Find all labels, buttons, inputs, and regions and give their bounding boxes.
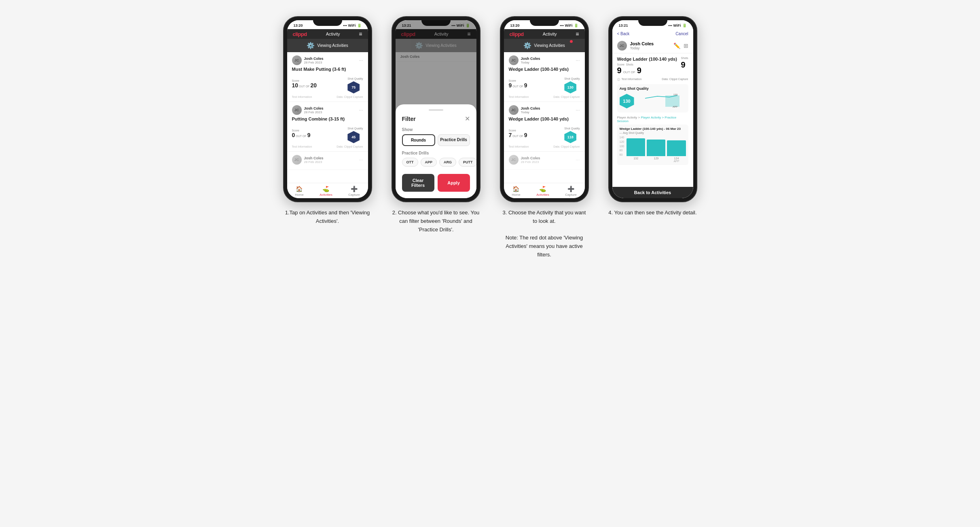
card-1-1[interactable]: JC Josh Coles 28 Feb 2023 ··· Must Make …: [287, 52, 368, 102]
desc-3: 3. Choose the Activity that you want to …: [500, 209, 589, 259]
bar-chart: [627, 136, 686, 156]
phone-2-frame: 13:21 ▪▪▪ WiFi 🔋 clippd Activity ≡ ⚙️: [392, 16, 480, 202]
card-3-1[interactable]: JC Josh Coles Today ··· Wedge Ladder (10…: [504, 52, 585, 102]
wifi-icon-1: WiFi: [348, 23, 356, 28]
nav-bar-3: clippd Activity ≡: [504, 29, 585, 39]
filter-chips: OTT APP ARG PUTT: [402, 158, 470, 167]
phone-1-col: 13:20 ▪▪▪ WiFi 🔋 clippd Activity ≡ ⚙️: [279, 16, 376, 226]
viewing-activities-bar-3[interactable]: ⚙️ Viewing Activities: [504, 39, 585, 52]
user-date-1-2: 28 Feb 2023: [304, 110, 324, 114]
nav-bar-1: clippd Activity ≡: [287, 29, 368, 39]
filter-sheet: Filter ✕ Show Rounds Practice Drills Pra…: [396, 104, 476, 198]
red-dot-3: [570, 40, 573, 43]
viewing-activities-bar-1[interactable]: ⚙️ Viewing Activities: [287, 39, 368, 52]
phone-3-screen: 13:20 ▪▪▪ WiFi 🔋 clippd Activity ≡ ⚙️ Vi…: [504, 20, 585, 198]
three-dots-1-3[interactable]: ···: [359, 157, 363, 163]
card-user-1-1: JC Josh Coles 28 Feb 2023: [292, 55, 324, 65]
phone-4-screen: 13:21 ▪▪▪ WiFi 🔋 < Back Cancel JC: [612, 20, 693, 198]
avatar-4: JC: [617, 41, 627, 51]
bottom-nav-capture-1[interactable]: ➕ Capture: [348, 186, 360, 197]
logo-3: clippd: [510, 31, 524, 37]
chip-ott[interactable]: OTT: [402, 158, 418, 167]
phone-2-screen: 13:21 ▪▪▪ WiFi 🔋 clippd Activity ≡ ⚙️: [396, 20, 476, 198]
detail-title: Wedge Ladder (100-140 yds): [617, 57, 681, 61]
card-user-1-2: JC Josh Coles 28 Feb 2023: [292, 105, 324, 115]
card-3-3[interactable]: JC Josh Coles 28 Feb 2023 ···: [504, 152, 585, 170]
bottom-nav-capture-3[interactable]: ➕ Capture: [565, 186, 576, 197]
bottom-nav-activities-1[interactable]: ⛳ Activities: [320, 186, 332, 197]
phones-row: 13:20 ▪▪▪ WiFi 🔋 clippd Activity ≡ ⚙️: [279, 16, 701, 259]
apply-btn[interactable]: Apply: [438, 174, 470, 192]
bar-3: [667, 140, 686, 156]
phone-3-frame: 13:20 ▪▪▪ WiFi 🔋 clippd Activity ≡ ⚙️ Vi…: [500, 16, 589, 202]
filter-practice-drills-label: Practice Drills: [402, 151, 470, 155]
card-title-1-1: Must Make Putting (3-6 ft): [292, 67, 363, 72]
phone-1-screen: 13:20 ▪▪▪ WiFi 🔋 clippd Activity ≡ ⚙️: [287, 20, 368, 198]
phone-1-frame: 13:20 ▪▪▪ WiFi 🔋 clippd Activity ≡ ⚙️: [283, 16, 372, 202]
avatar-1-3: JC: [292, 155, 302, 165]
card-3-2[interactable]: JC Josh Coles Today ··· Wedge Ladder (10…: [504, 102, 585, 152]
filter-actions: Clear Filters Apply: [402, 174, 470, 192]
detail-user-row: JC Josh Coles Today ✏️ ⊞: [612, 38, 693, 53]
y-labels: 140 120 100 80 60: [620, 136, 624, 156]
phone-4-frame: 13:21 ▪▪▪ WiFi 🔋 < Back Cancel JC: [608, 16, 697, 202]
bottom-nav-1: 🏠 Home ⛳ Activities ➕ Capture: [287, 183, 368, 198]
filter-handle: [429, 109, 443, 111]
spark-chart: 130 APP: [637, 92, 686, 108]
hex-1-2: 45: [347, 131, 360, 143]
cards-container-1: JC Josh Coles 28 Feb 2023 ··· Must Make …: [287, 52, 368, 183]
detail-icons: ✏️ ⊞: [673, 42, 688, 49]
menu-icon-1[interactable]: ≡: [359, 31, 362, 37]
filter-toggle-row: Rounds Practice Drills: [402, 134, 470, 146]
bottom-nav-home-3[interactable]: 🏠 Home: [512, 186, 520, 197]
detail-user-name: Josh Coles: [630, 41, 654, 46]
bottom-nav-home-1[interactable]: 🏠 Home: [295, 186, 303, 197]
three-dots-1-2[interactable]: ···: [359, 107, 363, 113]
hex-3-1: 130: [564, 81, 576, 93]
battery-icon-1: 🔋: [357, 23, 362, 28]
card-user-1-3: JC Josh Coles 28 Feb 2023: [292, 155, 324, 165]
filter-title: Filter: [402, 116, 416, 122]
expand-icon[interactable]: ⊞: [684, 42, 688, 49]
card-1-2[interactable]: JC Josh Coles 28 Feb 2023 ··· Putting Co…: [287, 102, 368, 152]
back-to-activities-btn[interactable]: Back to Activities: [612, 187, 693, 198]
phone-2-col: 13:21 ▪▪▪ WiFi 🔋 clippd Activity ≡ ⚙️: [387, 16, 485, 234]
card-1-3[interactable]: JC Josh Coles 28 Feb 2023 ···: [287, 152, 368, 170]
signal-icon-1: ▪▪▪: [343, 23, 347, 28]
shot-quality-hex-4: 130: [620, 94, 634, 108]
cancel-btn[interactable]: Cancel: [675, 32, 688, 36]
detail-user-date: Today: [630, 46, 654, 50]
status-time-1: 13:20: [294, 23, 303, 28]
status-icons-1: ▪▪▪ WiFi 🔋: [343, 23, 362, 28]
notch-4: [638, 17, 667, 26]
hex-1-1: 75: [347, 81, 360, 93]
edit-icon[interactable]: ✏️: [673, 42, 680, 49]
bottom-nav-activities-3[interactable]: ⛳ Activities: [536, 186, 549, 197]
filter-overlay: Filter ✕ Show Rounds Practice Drills Pra…: [396, 20, 476, 198]
filter-practice-drills-btn[interactable]: Practice Drills: [438, 134, 470, 146]
menu-icon-3[interactable]: ≡: [576, 31, 579, 37]
clear-filters-btn[interactable]: Clear Filters: [402, 174, 434, 192]
viewing-activities-label-1: Viewing Activities: [317, 43, 348, 48]
filter-rounds-btn[interactable]: Rounds: [402, 134, 435, 146]
logo-1: clippd: [293, 31, 307, 37]
bar-chart-container: Wedge Ladder (100-140 yds) - 06 Mar 23 -…: [617, 125, 688, 165]
filter-show-label: Show: [402, 127, 470, 132]
notch-3: [530, 17, 559, 26]
chip-app[interactable]: APP: [421, 158, 437, 167]
bar-2: [647, 140, 665, 156]
svg-rect-0: [665, 95, 679, 107]
nav-title-1: Activity: [326, 32, 340, 36]
chip-arg[interactable]: ARG: [439, 158, 456, 167]
cards-container-3: JC Josh Coles Today ··· Wedge Ladder (10…: [504, 52, 585, 183]
three-dots-1-1[interactable]: ···: [359, 57, 363, 63]
phone-3-col: 13:20 ▪▪▪ WiFi 🔋 clippd Activity ≡ ⚙️ Vi…: [496, 16, 593, 259]
avg-shot-quality-chart: Avg Shot Quality 130 130 APP: [617, 84, 688, 112]
user-date-1-1: 28 Feb 2023: [304, 61, 324, 64]
svg-text:APP: APP: [672, 106, 677, 108]
back-btn[interactable]: < Back: [617, 32, 630, 36]
chip-putt[interactable]: PUTT: [459, 158, 476, 167]
filter-close[interactable]: ✕: [465, 115, 470, 123]
bar-1: [627, 138, 645, 156]
avatar-1-1: JC: [292, 55, 302, 65]
